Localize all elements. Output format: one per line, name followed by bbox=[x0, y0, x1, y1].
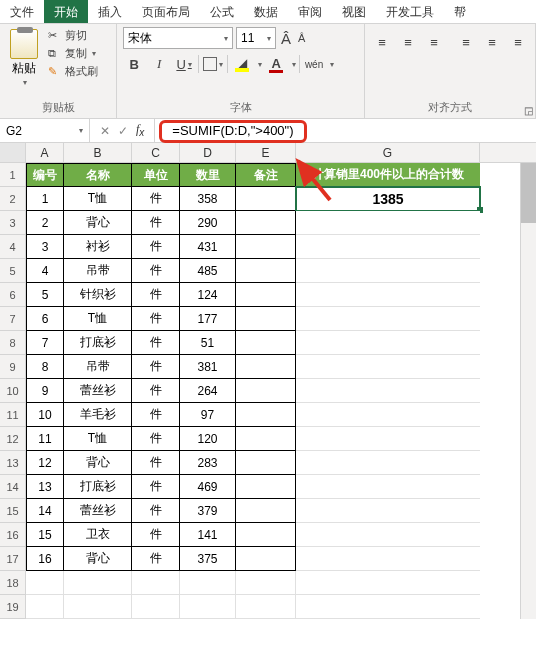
cell-D17[interactable]: 375 bbox=[180, 547, 236, 571]
row-header[interactable]: 19 bbox=[0, 595, 26, 619]
cell-E8[interactable] bbox=[236, 331, 296, 355]
cell-B9[interactable]: 吊带 bbox=[64, 355, 132, 379]
cell-G5[interactable] bbox=[296, 259, 480, 283]
cell-C18[interactable] bbox=[132, 571, 180, 595]
cell-C14[interactable]: 件 bbox=[132, 475, 180, 499]
select-all-corner[interactable] bbox=[0, 143, 26, 162]
row-header[interactable]: 7 bbox=[0, 307, 26, 331]
cell-E17[interactable] bbox=[236, 547, 296, 571]
cell-D8[interactable]: 51 bbox=[180, 331, 236, 355]
cell-D18[interactable] bbox=[180, 571, 236, 595]
row-header[interactable]: 10 bbox=[0, 379, 26, 403]
cell-G18[interactable] bbox=[296, 571, 480, 595]
row-header[interactable]: 2 bbox=[0, 187, 26, 211]
cell-A14[interactable]: 13 bbox=[26, 475, 64, 499]
cell-A8[interactable]: 7 bbox=[26, 331, 64, 355]
font-name-select[interactable]: 宋体▾ bbox=[123, 27, 233, 49]
tab-home[interactable]: 开始 bbox=[44, 0, 88, 23]
cell-B17[interactable]: 背心 bbox=[64, 547, 132, 571]
font-color-button[interactable]: A bbox=[265, 53, 287, 75]
tab-review[interactable]: 审阅 bbox=[288, 0, 332, 23]
cell-C15[interactable]: 件 bbox=[132, 499, 180, 523]
chevron-down-icon[interactable]: ▾ bbox=[258, 60, 262, 69]
formula-input[interactable]: =SUMIF(D:D,">400") bbox=[159, 120, 306, 143]
cell-C10[interactable]: 件 bbox=[132, 379, 180, 403]
align-center-button[interactable]: ≡ bbox=[481, 31, 503, 53]
tab-file[interactable]: 文件 bbox=[0, 0, 44, 23]
cell-C3[interactable]: 件 bbox=[132, 211, 180, 235]
cell-A5[interactable]: 4 bbox=[26, 259, 64, 283]
cell-A16[interactable]: 15 bbox=[26, 523, 64, 547]
cell-G13[interactable] bbox=[296, 451, 480, 475]
cell-G6[interactable] bbox=[296, 283, 480, 307]
cell-E14[interactable] bbox=[236, 475, 296, 499]
row-header[interactable]: 4 bbox=[0, 235, 26, 259]
cell-B11[interactable]: 羊毛衫 bbox=[64, 403, 132, 427]
cell-E3[interactable] bbox=[236, 211, 296, 235]
cell-D11[interactable]: 97 bbox=[180, 403, 236, 427]
cell-E2[interactable] bbox=[236, 187, 296, 211]
tab-developer[interactable]: 开发工具 bbox=[376, 0, 444, 23]
cell-G19[interactable] bbox=[296, 595, 480, 619]
decrease-font-button[interactable]: Â bbox=[296, 32, 307, 44]
cell-D19[interactable] bbox=[180, 595, 236, 619]
cell-G4[interactable] bbox=[296, 235, 480, 259]
cell-A7[interactable]: 6 bbox=[26, 307, 64, 331]
cell-C2[interactable]: 件 bbox=[132, 187, 180, 211]
tab-help[interactable]: 帮 bbox=[444, 0, 476, 23]
cell-E16[interactable] bbox=[236, 523, 296, 547]
cell-E10[interactable] bbox=[236, 379, 296, 403]
chevron-down-icon[interactable]: ▾ bbox=[330, 60, 334, 69]
cell-A12[interactable]: 11 bbox=[26, 427, 64, 451]
row-header[interactable]: 13 bbox=[0, 451, 26, 475]
cell-D15[interactable]: 379 bbox=[180, 499, 236, 523]
cell-A1[interactable]: 编号 bbox=[26, 163, 64, 187]
cell-B4[interactable]: 衬衫 bbox=[64, 235, 132, 259]
cell-D9[interactable]: 381 bbox=[180, 355, 236, 379]
cell-A4[interactable]: 3 bbox=[26, 235, 64, 259]
format-painter-button[interactable]: ✎格式刷 bbox=[46, 63, 100, 80]
chevron-down-icon[interactable]: ▾ bbox=[292, 60, 296, 69]
cell-C12[interactable]: 件 bbox=[132, 427, 180, 451]
cell-D14[interactable]: 469 bbox=[180, 475, 236, 499]
cell-E12[interactable] bbox=[236, 427, 296, 451]
row-header[interactable]: 5 bbox=[0, 259, 26, 283]
row-header[interactable]: 11 bbox=[0, 403, 26, 427]
cell-A2[interactable]: 1 bbox=[26, 187, 64, 211]
cell-G12[interactable] bbox=[296, 427, 480, 451]
cell-B18[interactable] bbox=[64, 571, 132, 595]
cell-A15[interactable]: 14 bbox=[26, 499, 64, 523]
cell-C1[interactable]: 单位 bbox=[132, 163, 180, 187]
cell-B6[interactable]: 针织衫 bbox=[64, 283, 132, 307]
row-header[interactable]: 1 bbox=[0, 163, 26, 187]
cell-D10[interactable]: 264 bbox=[180, 379, 236, 403]
cell-B13[interactable]: 背心 bbox=[64, 451, 132, 475]
col-header-G[interactable]: G bbox=[296, 143, 480, 162]
cell-D6[interactable]: 124 bbox=[180, 283, 236, 307]
cell-D3[interactable]: 290 bbox=[180, 211, 236, 235]
underline-button[interactable]: U▾ bbox=[173, 53, 195, 75]
row-header[interactable]: 9 bbox=[0, 355, 26, 379]
fx-icon[interactable]: fx bbox=[136, 122, 144, 138]
cell-D4[interactable]: 431 bbox=[180, 235, 236, 259]
cell-B2[interactable]: T恤 bbox=[64, 187, 132, 211]
tab-insert[interactable]: 插入 bbox=[88, 0, 132, 23]
cell-D2[interactable]: 358 bbox=[180, 187, 236, 211]
cell-G7[interactable] bbox=[296, 307, 480, 331]
paste-button[interactable]: 粘贴 ▾ bbox=[6, 27, 42, 89]
col-header-B[interactable]: B bbox=[64, 143, 132, 162]
cell-A17[interactable]: 16 bbox=[26, 547, 64, 571]
cell-D16[interactable]: 141 bbox=[180, 523, 236, 547]
font-size-select[interactable]: 11▾ bbox=[236, 27, 276, 49]
cell-G2[interactable]: 1385 bbox=[296, 187, 480, 211]
phonetic-button[interactable]: wén bbox=[303, 53, 325, 75]
col-header-C[interactable]: C bbox=[132, 143, 180, 162]
cell-D1[interactable]: 数里 bbox=[180, 163, 236, 187]
cell-G9[interactable] bbox=[296, 355, 480, 379]
cell-E19[interactable] bbox=[236, 595, 296, 619]
row-header[interactable]: 17 bbox=[0, 547, 26, 571]
row-header[interactable]: 16 bbox=[0, 523, 26, 547]
align-left-button[interactable]: ≡ bbox=[455, 31, 477, 53]
borders-button[interactable]: ▾ bbox=[202, 53, 224, 75]
cell-C16[interactable]: 件 bbox=[132, 523, 180, 547]
